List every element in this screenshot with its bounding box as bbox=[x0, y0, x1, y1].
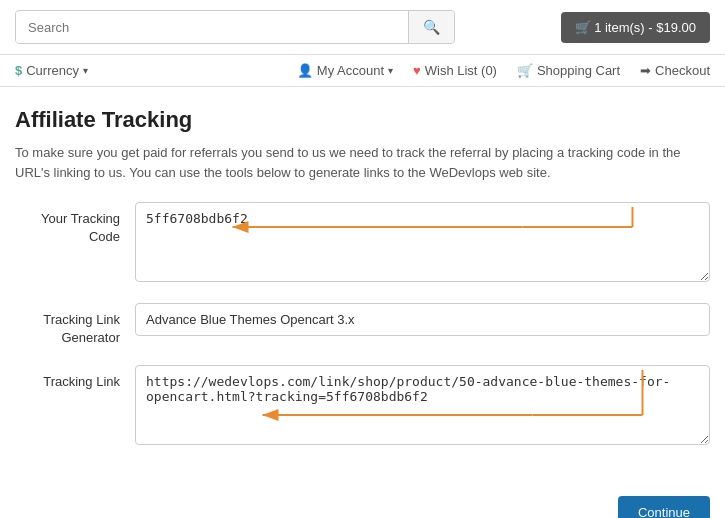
page-header: 🔍 🛒 1 item(s) - $19.00 bbox=[0, 0, 725, 55]
account-dropdown[interactable]: 👤 My Account bbox=[297, 63, 393, 78]
tracking-link-row: Tracking Link bbox=[15, 365, 710, 448]
checkout-label: Checkout bbox=[655, 63, 710, 78]
tracking-generator-input[interactable] bbox=[135, 303, 710, 336]
tracking-generator-row: Tracking Link Generator bbox=[15, 303, 710, 347]
tracking-generator-label: Tracking Link Generator bbox=[15, 303, 135, 347]
tracking-generator-wrap bbox=[135, 303, 710, 336]
page-title: Affiliate Tracking bbox=[15, 107, 710, 133]
tracking-link-textarea[interactable] bbox=[135, 365, 710, 445]
currency-label: Currency bbox=[26, 63, 79, 78]
shopping-cart-icon: 🛒 bbox=[517, 63, 533, 78]
wishlist-link[interactable]: ♥ Wish List (0) bbox=[413, 63, 497, 78]
search-icon: 🔍 bbox=[423, 19, 440, 35]
main-content: Affiliate Tracking To make sure you get … bbox=[0, 87, 725, 486]
search-input[interactable] bbox=[16, 12, 408, 43]
cart-icon: 🛒 bbox=[575, 20, 591, 35]
search-form: 🔍 bbox=[15, 10, 455, 44]
account-label: My Account bbox=[317, 63, 384, 78]
tracking-code-textarea[interactable] bbox=[135, 202, 710, 282]
currency-icon: $ bbox=[15, 63, 22, 78]
navbar: $ Currency 👤 My Account ♥ Wish List (0) … bbox=[0, 55, 725, 87]
shopping-cart-label: Shopping Cart bbox=[537, 63, 620, 78]
tracking-code-row: Your Tracking Code bbox=[15, 202, 710, 285]
checkout-link[interactable]: ➡ Checkout bbox=[640, 63, 710, 78]
shopping-cart-link[interactable]: 🛒 Shopping Cart bbox=[517, 63, 620, 78]
heart-icon: ♥ bbox=[413, 63, 421, 78]
tracking-link-wrap bbox=[135, 365, 710, 448]
account-icon: 👤 bbox=[297, 63, 313, 78]
cart-button[interactable]: 🛒 1 item(s) - $19.00 bbox=[561, 12, 711, 43]
tracking-code-label: Your Tracking Code bbox=[15, 202, 135, 246]
checkout-icon: ➡ bbox=[640, 63, 651, 78]
cart-label: 1 item(s) - $19.00 bbox=[594, 20, 696, 35]
page-description: To make sure you get paid for referrals … bbox=[15, 143, 710, 182]
footer-row: Continue bbox=[0, 486, 725, 518]
continue-button[interactable]: Continue bbox=[618, 496, 710, 518]
search-button[interactable]: 🔍 bbox=[408, 11, 454, 43]
wishlist-label: Wish List (0) bbox=[425, 63, 497, 78]
tracking-link-label: Tracking Link bbox=[15, 365, 135, 391]
tracking-code-wrap bbox=[135, 202, 710, 285]
currency-dropdown[interactable]: $ Currency bbox=[15, 63, 88, 78]
